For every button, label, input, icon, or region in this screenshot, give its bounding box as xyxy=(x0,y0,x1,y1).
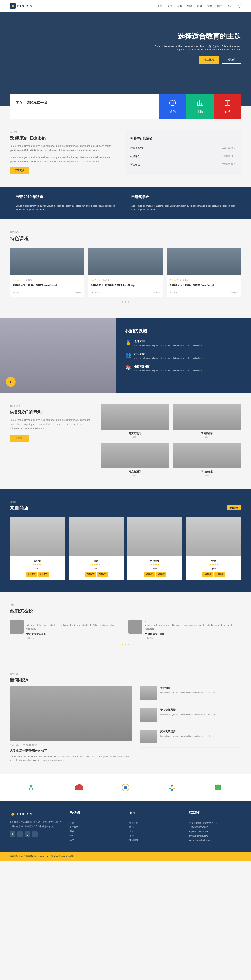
facebook-icon[interactable]: f xyxy=(10,831,15,837)
footer-link[interactable]: 主页 xyxy=(70,821,122,825)
product-card[interactable]: 诗歌★★★★★$50立即购买立即购买 xyxy=(186,517,241,580)
teacher-card[interactable]: 马克安德烈副总 xyxy=(101,442,169,477)
footer-link[interactable]: 方针 xyxy=(129,829,181,834)
product-card[interactable]: 石头谁★★★★★$50立即购买立即购买 xyxy=(10,517,65,580)
footer-link[interactable]: 课程 xyxy=(70,829,122,834)
svg-rect-1 xyxy=(75,786,83,791)
events-panel: 即将举行的活动 校园活净午间2019年10月8日 技术峰会2019年10月8日 … xyxy=(125,130,241,175)
nav-teachers[interactable]: 教师 xyxy=(197,5,202,8)
teachers-label: 我们的老师 xyxy=(10,404,91,407)
google-icon[interactable]: g xyxy=(25,831,30,837)
twitter-icon[interactable]: t xyxy=(17,831,23,837)
events-title: 即将举行的活动 xyxy=(130,136,235,140)
news-item[interactable]: 暂力沟通Lorem ipsum gravida nibh vel velit a… xyxy=(140,686,241,704)
course-card[interactable]: ★★★★★ （4 条评论） 初学者从头开始学习基本的 JavaScript 马克… xyxy=(10,248,84,297)
teacher-role: 副总 xyxy=(205,474,209,476)
footer-link[interactable]: 常见问题 xyxy=(129,821,181,825)
footer-col-title: 支持 xyxy=(129,811,181,817)
news-main[interactable]: 作者：admin | 2019年12月21日 大学生活中获得高分的技巧 Lore… xyxy=(10,686,132,762)
play-button[interactable]: ▶ xyxy=(6,377,16,387)
testimonial-role: 工程经理 xyxy=(145,637,153,639)
teacher-card[interactable]: 马克安德烈副总 xyxy=(173,404,241,439)
main-nav: 主页 页面 课程 活动 教师 博客 商店 英语 🛒 xyxy=(157,4,241,8)
logo[interactable]: ◆ EDUBIN xyxy=(10,3,32,9)
join-us-button[interactable]: 加入我们 xyxy=(10,434,29,442)
feature-comm[interactable]: 通信 xyxy=(159,94,186,119)
teachers-desc: Lorem ipsum gravida nibh vel velit aucto… xyxy=(10,418,91,431)
buy-button[interactable]: 立即购买 xyxy=(38,572,49,577)
event-item[interactable]: 技术峰会2019年10月8日 xyxy=(130,153,235,161)
instagram-icon[interactable]: i xyxy=(32,831,38,837)
footer-contact: 史蒂芬斯维尔霍博肯设计中心 xyxy=(189,821,241,825)
apply-scholarship: 申请奖学金 Donec rutbi sit amet velit auctor … xyxy=(126,194,241,211)
stars-icon: ★★★★★ xyxy=(72,563,121,566)
footer-link[interactable]: 特征 xyxy=(70,834,122,838)
stars-icon: ★★★★★ xyxy=(130,563,179,566)
facility-name: 校友支持 xyxy=(134,352,203,356)
chart-icon xyxy=(196,99,204,107)
copyright-bar: 教育培训学校(自适应手机端) sbsxxh.com 类似模板 如何修改该模板 xyxy=(0,852,251,861)
hero-join-button[interactable]: 今天加入 xyxy=(222,56,241,64)
news-excerpt: Lorem ipsum gravida nibh vel velit aucto… xyxy=(10,755,132,762)
footer-col-title: 网站地图 xyxy=(70,811,122,817)
apply-fall: 申请 2019 年秋季 Donec rutbi sit amet velit a… xyxy=(10,194,126,211)
event-item[interactable]: 环境会议2019年10月8日 xyxy=(130,161,235,169)
buy-button[interactable]: 立即购买 xyxy=(155,572,166,577)
testimonials-label: 评价 xyxy=(10,603,241,606)
teacher-photo xyxy=(173,404,241,430)
nav-home[interactable]: 主页 xyxy=(157,5,162,8)
teacher-name: 马克安德烈 xyxy=(173,432,241,435)
nav-shop[interactable]: 商店 xyxy=(217,5,222,8)
buy-button[interactable]: 立即购买 xyxy=(85,572,96,577)
learn-more-button[interactable]: 了解更多 xyxy=(10,167,29,174)
nav-lang[interactable]: 英语 xyxy=(227,5,232,8)
nav-events[interactable]: 活动 xyxy=(187,5,192,8)
product-image xyxy=(69,517,123,556)
footer-link[interactable]: 关于我们 xyxy=(70,825,122,829)
course-card[interactable]: ★★★★★ （4 条评论） 初学者从头开始学习基本的 JavaScript 马克… xyxy=(88,248,163,297)
facility-desc: nibh vel velit auctor aliquetn sollicitu… xyxy=(134,344,203,347)
course-image xyxy=(10,248,84,275)
nav-blog[interactable]: 博客 xyxy=(207,5,213,8)
news-headline: 大学生活中获得高分的技巧 xyxy=(10,749,132,753)
hero-start-button[interactable]: 现在开始 xyxy=(200,56,219,64)
footer-link[interactable]: 文献资料 xyxy=(129,838,181,842)
nav-courses[interactable]: 课程 xyxy=(177,5,182,8)
teacher-name: 马克安德烈 xyxy=(101,470,169,473)
news-item[interactable]: 学习使你灵活Lorem ipsum gravida nibh vel velit… xyxy=(140,708,241,726)
teachers-section: 我们的老师 认识我们的老师 Lorem ipsum gravida nibh v… xyxy=(0,393,251,488)
teacher-card[interactable]: 马克安德烈副总 xyxy=(173,442,241,477)
courses-title: 特色课程 xyxy=(10,235,241,242)
cart-icon[interactable]: 🛒 xyxy=(237,4,241,8)
feature-lit[interactable]: 文学 xyxy=(214,94,241,119)
certificate-icon: 🏅 xyxy=(126,340,131,347)
teacher-photo xyxy=(173,442,241,468)
footer-link[interactable]: 紧约 xyxy=(70,838,122,842)
buy-button[interactable]: 立即购买 xyxy=(144,572,155,577)
course-name: 初学者从头开始学习基本的 JavaScript xyxy=(13,283,82,287)
quote-icon: ❝ xyxy=(27,621,27,623)
teacher-card[interactable]: 马克安德烈副总 xyxy=(101,404,169,439)
news-item[interactable]: 技术更加进步Lorem ipsum gravida nibh vel velit… xyxy=(140,730,241,748)
footer-link[interactable]: 隐私 xyxy=(129,825,181,829)
footer-link[interactable]: 支持 xyxy=(129,834,181,838)
feature-term[interactable]: 术语 xyxy=(186,94,214,119)
buy-button[interactable]: 立即购买 xyxy=(214,572,225,577)
about-section: 关于我们 欢迎来到 Edubin Lorem ipsum gravida nib… xyxy=(0,119,251,186)
stars-icon: ★★★★★ xyxy=(91,279,100,281)
apply-desc-1: Donec rutbi sit amet velit auctor alique… xyxy=(16,204,120,211)
buy-button[interactable]: 立即购买 xyxy=(26,572,37,577)
course-card[interactable]: ★★★★★ （4 条评论） 初学者从头开始学习基本的 JavaScript 马克… xyxy=(167,248,241,297)
product-card[interactable]: 佐治亚州★★★★★$50立即购买立即购买 xyxy=(128,517,182,580)
product-card[interactable]: 阿诺★★★★★$50立即购买立即购买 xyxy=(69,517,123,580)
apply-section: 申请 2019 年秋季 Donec rutbi sit amet velit a… xyxy=(0,186,251,219)
all-products-button[interactable]: 所有产品 xyxy=(227,506,241,511)
event-item[interactable]: 校园活净午间2019年10月8日 xyxy=(130,144,235,153)
course-duration: 120分钟 xyxy=(153,291,160,294)
product-image xyxy=(186,517,241,556)
teacher-photo xyxy=(101,442,169,468)
buy-button[interactable]: 立即购买 xyxy=(97,572,108,577)
nav-pages[interactable]: 页面 xyxy=(167,5,173,8)
buy-button[interactable]: 立即购买 xyxy=(202,572,213,577)
testimonial-name: 雷切尔·麦克亚当斯 xyxy=(27,633,123,636)
